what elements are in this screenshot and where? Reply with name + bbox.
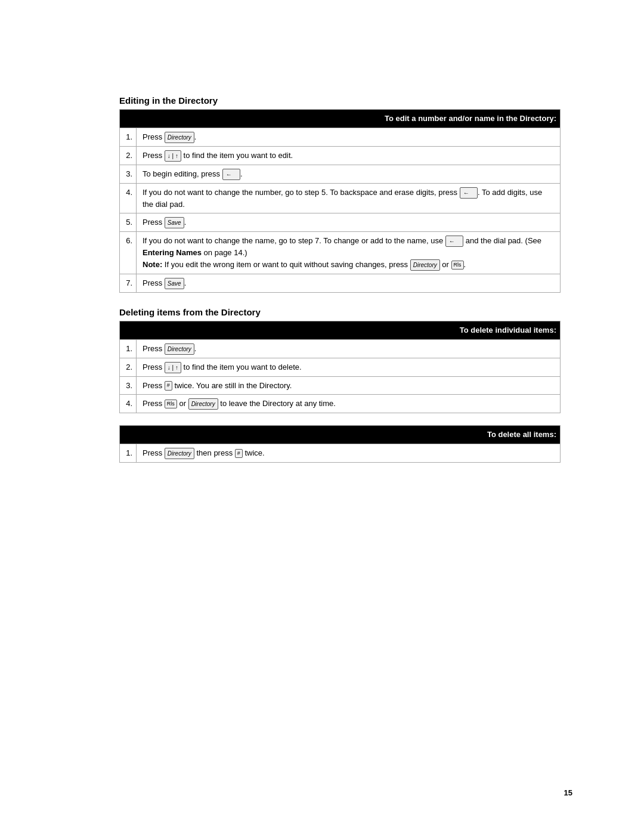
table-row: 4. If you do not want to change the numb… <box>120 183 561 213</box>
section-title-deleting: Deleting items from the Directory <box>119 307 561 317</box>
step-num: 5. <box>120 213 137 232</box>
table-row: 2. Press ↓ | ↑ to find the item you want… <box>120 146 561 165</box>
step-content: Press Rls or Directory to leave the Dire… <box>137 395 561 413</box>
step-content: Press Save. <box>137 213 561 232</box>
note-label: Note: <box>143 260 162 269</box>
entering-names-ref: Entering Names <box>143 248 202 257</box>
backspace-key3: ← <box>445 236 463 247</box>
table-row: 2. Press ↓ | ↑ to find the item you want… <box>120 358 561 376</box>
editing-header: To edit a number and/or name in the Dire… <box>120 110 561 128</box>
step-content: Press Directory then press # twice. <box>137 444 561 462</box>
step-num: 1. <box>120 128 137 146</box>
table-row: 4. Press Rls or Directory to leave the D… <box>120 395 561 413</box>
table-row: 1. Press Directory. <box>120 128 561 146</box>
step-num: 6. <box>120 232 137 274</box>
step-content: Press Directory. <box>137 339 561 358</box>
section-deleting: Deleting items from the Directory To del… <box>119 307 561 463</box>
step-content: Press Save. <box>137 274 561 292</box>
step-content: If you do not want to change the name, g… <box>137 232 561 274</box>
editing-table: To edit a number and/or name in the Dire… <box>119 109 561 293</box>
step-num: 3. <box>120 376 137 395</box>
table-row: 1. Press Directory then press # twice. <box>120 444 561 462</box>
step-num: 1. <box>120 444 137 462</box>
down-up-key: ↓ | ↑ <box>165 150 181 162</box>
section-editing: Editing in the Directory To edit a numbe… <box>119 95 561 293</box>
step-content: If you do not want to change the number,… <box>137 183 561 213</box>
step-num: 7. <box>120 274 137 292</box>
step-content: Press ↓ | ↑ to find the item you want to… <box>137 358 561 376</box>
directory-key5: Directory <box>165 448 194 459</box>
delete-all-table: To delete all items: 1. Press Directory … <box>119 425 561 463</box>
delete-individual-table: To delete individual items: 1. Press Dir… <box>119 321 561 413</box>
directory-key: Directory <box>165 132 194 143</box>
step-content: Press Directory. <box>137 128 561 146</box>
step-num: 3. <box>120 165 137 183</box>
table-row: 7. Press Save. <box>120 274 561 292</box>
rls-key2: Rls <box>165 400 177 409</box>
down-up-key2: ↓ | ↑ <box>165 362 181 373</box>
step-content: Press # twice. You are still in the Dire… <box>137 376 561 395</box>
directory-key3: Directory <box>165 343 194 355</box>
step-num: 4. <box>120 395 137 413</box>
table-row: 3. To begin editing, press ← . <box>120 165 561 183</box>
table-row: 3. Press # twice. You are still in the D… <box>120 376 561 395</box>
step-num: 1. <box>120 339 137 358</box>
directory-key4: Directory <box>188 398 218 410</box>
hash-key2: # <box>235 449 243 459</box>
page-number: 15 <box>564 788 572 797</box>
step-content: Press ↓ | ↑ to find the item you want to… <box>137 146 561 165</box>
table-row: 1. Press Directory. <box>120 339 561 358</box>
step-content: To begin editing, press ← . <box>137 165 561 183</box>
save-key: Save <box>165 217 184 228</box>
table-row: 6. If you do not want to change the name… <box>120 232 561 274</box>
directory-key2: Directory <box>410 259 440 271</box>
step-num: 4. <box>120 183 137 213</box>
step-num: 2. <box>120 146 137 165</box>
step-num: 2. <box>120 358 137 376</box>
save-key2: Save <box>165 278 184 289</box>
table-row: 5. Press Save. <box>120 213 561 232</box>
backspace-key: ← <box>222 169 240 180</box>
delete-all-header: To delete all items: <box>120 426 561 444</box>
rls-key: Rls <box>451 261 464 270</box>
section-title-editing: Editing in the Directory <box>119 95 561 106</box>
hash-key: # <box>165 381 172 391</box>
delete-individual-header: To delete individual items: <box>120 321 561 340</box>
backspace-key2: ← <box>460 187 478 199</box>
